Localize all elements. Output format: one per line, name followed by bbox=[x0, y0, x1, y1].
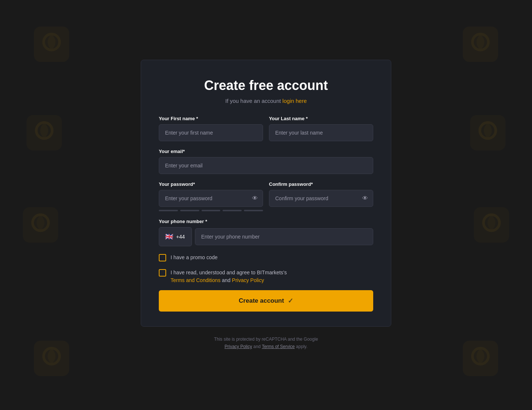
confirm-password-toggle-icon[interactable]: 👁 bbox=[362, 195, 368, 202]
password-label: Your password* bbox=[159, 181, 263, 187]
bg-icon-extra-l bbox=[18, 203, 63, 247]
first-name-input[interactable] bbox=[159, 124, 263, 141]
first-name-group: Your First name * bbox=[159, 116, 263, 141]
promo-label: I have a promo code bbox=[171, 254, 218, 261]
subtitle: If you have an account login here bbox=[159, 98, 373, 104]
confirm-password-input[interactable] bbox=[269, 190, 373, 207]
create-account-button[interactable]: Create account ✓ bbox=[159, 290, 373, 312]
privacy-policy-link[interactable]: Privacy Policy bbox=[232, 277, 264, 283]
phone-input[interactable] bbox=[195, 228, 373, 245]
svg-point-3 bbox=[472, 34, 488, 50]
svg-rect-0 bbox=[34, 27, 69, 62]
svg-rect-4 bbox=[27, 115, 62, 150]
password-wrapper: 👁 bbox=[159, 190, 263, 207]
footer: This site is protected by reCAPTCHA and … bbox=[214, 336, 318, 351]
email-input[interactable] bbox=[159, 157, 373, 174]
bg-icon-mr bbox=[466, 111, 510, 155]
terms-link[interactable]: Terms and Conditions bbox=[171, 277, 220, 283]
email-row: Your email* bbox=[159, 149, 373, 174]
svg-rect-10 bbox=[463, 341, 498, 376]
confirm-password-wrapper: 👁 bbox=[269, 190, 373, 207]
svg-point-15 bbox=[483, 215, 499, 230]
confirm-password-label: Confirm password* bbox=[269, 181, 373, 187]
last-name-group: Your Last name * bbox=[269, 116, 373, 141]
name-row: Your First name * Your Last name * bbox=[159, 116, 373, 141]
strength-bar-4 bbox=[223, 210, 242, 211]
terms-label: I have read, understood and agree to BIT… bbox=[171, 269, 287, 284]
footer-and: and bbox=[253, 344, 261, 349]
phone-country-selector[interactable]: 🇬🇧 +44 bbox=[159, 227, 192, 246]
confirm-password-group: Confirm password* 👁 bbox=[269, 181, 373, 211]
phone-group: Your phone number * 🇬🇧 +44 bbox=[159, 219, 373, 246]
strength-bar-3 bbox=[202, 210, 221, 211]
bg-icon-extra-r bbox=[469, 203, 514, 247]
terms-row: I have read, understood and agree to BIT… bbox=[159, 269, 373, 284]
promo-checkbox[interactable] bbox=[159, 254, 166, 261]
strength-bar-1 bbox=[159, 210, 178, 211]
svg-rect-6 bbox=[470, 115, 505, 150]
svg-point-7 bbox=[480, 122, 496, 138]
password-group: Your password* 👁 bbox=[159, 181, 263, 211]
footer-privacy-link[interactable]: Privacy Policy bbox=[224, 344, 252, 349]
svg-rect-8 bbox=[34, 341, 69, 376]
promo-code-row: I have a promo code bbox=[159, 254, 373, 261]
phone-label: Your phone number * bbox=[159, 219, 373, 224]
strength-bar-5 bbox=[244, 210, 263, 211]
first-name-label: Your First name * bbox=[159, 116, 263, 121]
svg-point-13 bbox=[32, 215, 48, 230]
flag-icon: 🇬🇧 bbox=[165, 233, 173, 241]
last-name-input[interactable] bbox=[269, 124, 373, 141]
svg-rect-2 bbox=[463, 27, 498, 62]
phone-country-code: +44 bbox=[176, 234, 185, 240]
phone-row: Your phone number * 🇬🇧 +44 bbox=[159, 219, 373, 246]
terms-text: I have read, understood and agree to BIT… bbox=[171, 270, 287, 275]
registration-card: Create free account If you have an accou… bbox=[141, 60, 391, 327]
footer-text: This site is protected by reCAPTCHA and … bbox=[214, 337, 318, 342]
page-title: Create free account bbox=[159, 78, 373, 93]
checkmark-icon: ✓ bbox=[288, 297, 293, 305]
bg-icon-tl bbox=[29, 22, 74, 66]
terms-checkbox[interactable] bbox=[159, 269, 166, 277]
password-input[interactable] bbox=[159, 190, 263, 207]
footer-service-link[interactable]: Terms of Service bbox=[262, 344, 295, 349]
bg-icon-bl bbox=[29, 336, 74, 381]
svg-rect-14 bbox=[474, 207, 509, 243]
registration-form: Your First name * Your Last name * Your … bbox=[159, 116, 373, 312]
login-link[interactable]: login here bbox=[283, 98, 307, 104]
bg-icon-tr bbox=[458, 22, 503, 66]
footer-apply: apply. bbox=[296, 344, 307, 349]
email-label: Your email* bbox=[159, 149, 373, 154]
last-name-label: Your Last name * bbox=[269, 116, 373, 121]
create-account-label: Create account bbox=[239, 297, 284, 305]
svg-point-11 bbox=[472, 348, 488, 364]
bg-icon-br bbox=[458, 336, 503, 381]
svg-point-5 bbox=[36, 122, 52, 138]
subtitle-text: If you have an account bbox=[225, 98, 283, 104]
svg-point-1 bbox=[43, 34, 59, 50]
phone-input-row: 🇬🇧 +44 bbox=[159, 227, 373, 246]
svg-point-9 bbox=[43, 348, 59, 364]
password-toggle-icon[interactable]: 👁 bbox=[252, 195, 258, 202]
password-row: Your password* 👁 Confirm password* bbox=[159, 181, 373, 211]
email-group: Your email* bbox=[159, 149, 373, 174]
bg-icon-ml bbox=[22, 111, 66, 155]
terms-and: and bbox=[222, 277, 230, 283]
strength-bar-2 bbox=[180, 210, 199, 211]
svg-rect-12 bbox=[23, 207, 58, 243]
password-strength-bars bbox=[159, 210, 263, 211]
